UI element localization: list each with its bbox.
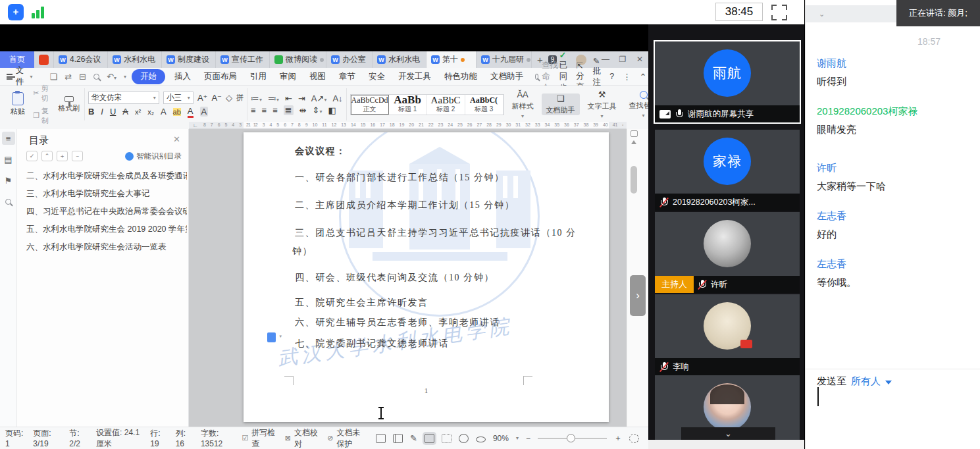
- numbering-icon[interactable]: ≕▾: [268, 93, 279, 103]
- tab-current-doc[interactable]: W第十: [426, 51, 477, 68]
- protect-label[interactable]: 文档未保护: [337, 427, 367, 449]
- line-spacing-icon[interactable]: ⇕▾: [313, 105, 322, 115]
- proofread-label[interactable]: 文档校对: [294, 427, 318, 449]
- toc-item[interactable]: 三、水利水电学院研究生会大事记: [17, 185, 187, 203]
- distribute-icon[interactable]: ⇹: [299, 105, 307, 115]
- style-heading1[interactable]: AaBb标题 1: [389, 95, 427, 115]
- menu-security[interactable]: 安全: [362, 71, 392, 82]
- menu-features[interactable]: 特色功能: [438, 71, 484, 82]
- collapse-ribbon-icon[interactable]: ⌃: [640, 72, 646, 82]
- vertical-scrollbar[interactable]: [631, 166, 637, 194]
- decrease-indent-icon[interactable]: ⇤: [285, 93, 292, 103]
- style-heading2[interactable]: AaBbC标题 2: [427, 95, 465, 115]
- print-layout-icon[interactable]: [425, 434, 434, 443]
- underline-icon[interactable]: U: [110, 107, 116, 117]
- collapse-videos-button[interactable]: ⌄: [681, 427, 775, 440]
- horizontal-ruler[interactable]: ∟ 8 7 6 5 4 3 2 1 1 2 3 4 5 6 7 8 9 10 1…: [189, 122, 627, 129]
- document-page[interactable]: 武汉大学水利水电学院 会议议程： 一、研会各部门部长进行工作总结（15 分钟） …: [244, 132, 609, 422]
- participant-tile-host[interactable]: 主持人 许昕: [655, 212, 800, 293]
- page-thumbnails-icon[interactable]: ▤: [2, 153, 15, 166]
- menu-devtools[interactable]: 开发工具: [392, 71, 438, 82]
- fullscreen-icon[interactable]: [771, 5, 787, 20]
- message-sender[interactable]: 左志香: [817, 207, 975, 225]
- smart-toc-button[interactable]: 智能识别目录: [125, 151, 182, 161]
- superscript-icon[interactable]: x²: [135, 108, 141, 116]
- split-view-icon[interactable]: [631, 130, 638, 137]
- italic-icon[interactable]: I: [101, 107, 103, 117]
- align-left-icon[interactable]: ≡: [251, 105, 256, 115]
- toc-expand-icon[interactable]: ＋: [57, 151, 68, 161]
- strikethrough-icon[interactable]: A: [122, 107, 128, 117]
- menu-section[interactable]: 章节: [332, 71, 362, 82]
- tab-zhidu[interactable]: W制度建设: [162, 51, 216, 68]
- toc-pane-icon[interactable]: ≡: [2, 132, 15, 145]
- font-size-select[interactable]: 小三▾: [163, 92, 193, 104]
- zoom-slider-knob[interactable]: [567, 434, 575, 442]
- text-direction-icon[interactable]: A↗▾: [311, 93, 327, 103]
- toc-check-icon[interactable]: ✓: [26, 151, 38, 161]
- chevron-down-icon[interactable]: [885, 381, 892, 384]
- document-canvas[interactable]: 武汉大学水利水电学院 会议议程： 一、研会各部门部长进行工作总结（15 分钟） …: [189, 129, 627, 427]
- close-icon[interactable]: ✕: [173, 134, 180, 144]
- font-color-icon[interactable]: A: [188, 106, 193, 118]
- zoom-out-button[interactable]: −: [526, 434, 530, 443]
- menu-start[interactable]: 开始: [132, 69, 165, 84]
- format-painter-button[interactable]: 格式刷: [57, 96, 81, 113]
- tab-426-meeting[interactable]: W4.26会议: [54, 51, 108, 68]
- justify-icon[interactable]: ≣: [284, 105, 294, 115]
- menu-view[interactable]: 视图: [303, 71, 332, 82]
- spellcheck-label[interactable]: 拼写检查: [251, 427, 275, 449]
- new-style-button[interactable]: ĂA新样式▾: [507, 90, 538, 119]
- paragraph-format-icon[interactable]: [267, 332, 276, 342]
- sort-icon[interactable]: A↓: [332, 93, 342, 103]
- tab-bangongshi[interactable]: W办公室: [326, 51, 373, 68]
- preview-icon[interactable]: [93, 72, 99, 82]
- chat-messages[interactable]: 谢雨航 听得到 2019282060203柯家禄 眼睛发亮 许昕 大家稍等一下哈…: [817, 54, 975, 303]
- outline-view-icon[interactable]: [442, 434, 451, 443]
- toc-item[interactable]: 五、水利水电学院研究生会 2019 2020 学年第二学...: [17, 221, 187, 238]
- bookmark-icon[interactable]: ⚑: [2, 174, 15, 187]
- menu-insert[interactable]: 插入: [168, 71, 197, 82]
- shading-icon[interactable]: ◧: [328, 105, 336, 115]
- copy-button[interactable]: ❐ 复制: [33, 106, 54, 126]
- align-center-icon[interactable]: ≡: [262, 105, 267, 115]
- help-button[interactable]: ?: [609, 72, 614, 81]
- text-tool-button[interactable]: ⚒文字工具▾: [583, 90, 621, 119]
- participant-tile[interactable]: 李响: [655, 294, 800, 375]
- print-icon[interactable]: ⊟: [79, 72, 86, 82]
- scroll-up-icon[interactable]: [631, 140, 636, 144]
- subscript-icon[interactable]: x₂: [147, 108, 154, 116]
- menu-doc-assistant[interactable]: 文档助手: [484, 71, 530, 82]
- more-icon[interactable]: ▾: [124, 74, 126, 80]
- menu-page-layout[interactable]: 页面布局: [197, 71, 244, 82]
- read-mode-icon[interactable]: [393, 434, 403, 443]
- pinyin-icon[interactable]: 拼: [236, 93, 244, 103]
- full-screen-view-icon[interactable]: [376, 434, 386, 443]
- highlight-icon[interactable]: ab: [173, 108, 181, 116]
- fit-page-icon[interactable]: [629, 434, 639, 443]
- shrink-font-icon[interactable]: A⁻: [211, 93, 222, 103]
- web-layout-icon[interactable]: [459, 434, 469, 443]
- menu-review[interactable]: 审阅: [273, 71, 303, 82]
- tab-shuili-2[interactable]: W水利水电: [373, 51, 426, 68]
- more-menu-icon[interactable]: ⋮: [623, 72, 631, 82]
- style-normal[interactable]: AaBbCcDd正文: [351, 95, 389, 115]
- sync-icon[interactable]: ⇄: [64, 72, 72, 82]
- ink-icon[interactable]: ✎: [410, 433, 417, 443]
- zoom-slider[interactable]: [538, 438, 607, 439]
- chat-input[interactable]: [806, 386, 980, 449]
- zoom-level[interactable]: 90%: [493, 434, 509, 443]
- message-sender[interactable]: 谢雨航: [817, 54, 975, 72]
- message-sender[interactable]: 许昕: [817, 159, 975, 177]
- align-right-icon[interactable]: ≡: [272, 105, 278, 115]
- menu-references[interactable]: 引用: [244, 71, 273, 82]
- font-name-select[interactable]: 华文仿宋▾: [88, 92, 159, 104]
- bullets-icon[interactable]: ≔▾: [251, 93, 262, 103]
- message-sender[interactable]: 2019282060203柯家禄: [817, 102, 975, 120]
- zoom-in-button[interactable]: ＋: [614, 433, 622, 444]
- toc-item[interactable]: 四、习近平总书记在中央政治局常委会会议研究应对...: [17, 203, 187, 221]
- grow-font-icon[interactable]: A⁺: [197, 93, 208, 103]
- toc-item[interactable]: 六、水利水电学院研究生会活动一览表: [17, 238, 187, 256]
- find-pane-icon[interactable]: [2, 195, 15, 208]
- text-effects-icon[interactable]: A: [161, 107, 167, 117]
